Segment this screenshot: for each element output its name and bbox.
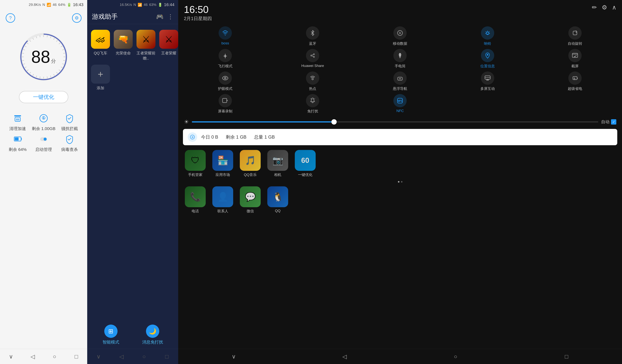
svg-line-18 [63, 53, 65, 54]
quick-flight[interactable]: 飞行模式 [183, 49, 268, 69]
add-game-item[interactable]: + 添加 [91, 65, 110, 91]
quick-screenshot[interactable]: 截屏 [533, 49, 617, 69]
huawei-share-label: Huawei Share [301, 64, 324, 68]
auto-checkbox[interactable]: ✓ [611, 119, 616, 125]
feature-intercept[interactable]: 骚扰拦截 [58, 113, 81, 132]
app-phone-manager[interactable]: 🛡 手机管家 [183, 150, 208, 177]
data-remaining: 剩余 1 GB [226, 134, 246, 140]
quick-ringtone[interactable]: 响铃 [445, 26, 530, 46]
feature-startup[interactable]: 启动管理 [32, 134, 56, 153]
gamepad-icon[interactable]: 🎮 [156, 13, 164, 20]
speed-2: 16.5K/s [120, 3, 132, 7]
nav-back-2[interactable]: ∨ [93, 351, 104, 362]
app-phone[interactable]: 📞 电话 [183, 186, 208, 214]
svg-line-8 [36, 37, 37, 38]
qq-label: QQ [275, 209, 281, 213]
hotspot-label: 热点 [309, 86, 316, 91]
help-icon-button[interactable]: ? [6, 13, 15, 23]
bottom-nav-1: ∨ ◁ ○ □ [0, 349, 87, 364]
glory-label: 光荣使命 [116, 51, 131, 56]
app-qq[interactable]: 🐧 QQ [265, 186, 290, 214]
data-usage-icon: ① [188, 132, 197, 142]
nav-triangle-2[interactable]: ◁ [116, 351, 127, 362]
svg-line-27 [47, 77, 47, 78]
no-disturb-btn[interactable]: 🌙 消息免打扰 [142, 325, 163, 345]
brightness-thumb[interactable] [331, 119, 337, 125]
add-label: 添加 [97, 85, 104, 91]
quick-no-disturb[interactable]: 免打扰 [270, 94, 355, 114]
quick-float-nav[interactable]: 悬浮导航 [358, 72, 442, 91]
game-wzry2[interactable]: ⚔ 王者荣耀 [159, 30, 178, 61]
quick-multi-screen[interactable]: 多屏互动 [445, 72, 530, 91]
more-icon[interactable]: ⋮ [167, 13, 174, 20]
nav-triangle-1[interactable]: ◁ [27, 351, 39, 362]
quick-huawei-share[interactable]: Huawei Share [270, 49, 355, 69]
speed-indicator-1: 29.8K/s [29, 3, 41, 7]
svg-point-56 [313, 56, 314, 57]
quick-flashlight[interactable]: 手电筒 [358, 49, 442, 69]
app-wechat[interactable]: 💬 微信 [238, 186, 263, 214]
phone-label: 电话 [192, 209, 199, 214]
game-wzry1[interactable]: ⚔ 王者荣耀前瞻.. [136, 30, 156, 61]
edit-icon[interactable]: ✏ [592, 4, 597, 11]
svg-line-2 [22, 53, 24, 54]
qq-car-label: QQ飞车 [94, 51, 107, 56]
feature-virus[interactable]: 病毒查杀 [58, 134, 81, 153]
svg-point-55 [313, 54, 314, 55]
app-qq-music[interactable]: 🎵 QQ音乐 [238, 150, 263, 177]
feature-memory[interactable]: ① 剩余 1.00GB [32, 113, 56, 132]
svg-text:①: ① [192, 136, 194, 139]
quick-bluetooth[interactable]: 蓝牙 [270, 26, 355, 46]
clean-label: 清理加速 [9, 126, 26, 132]
brightness-fill [192, 121, 334, 122]
app-market-icon: 🏪 [212, 150, 233, 171]
optimizer-label: 一键优化 [298, 172, 312, 177]
data-usage-card[interactable]: ① 今日 0 B 剩余 1 GB 总量 1 GB [183, 129, 617, 145]
svg-line-16 [61, 46, 62, 47]
screenshot-icon [568, 49, 582, 62]
status-bar-1: 29.8K/s N 📶 46 64% 🔋 16:43 [0, 0, 87, 9]
quick-location[interactable]: 位置信息 [445, 49, 530, 69]
nav-triangle-3[interactable]: ◁ [339, 351, 350, 362]
quick-rotation[interactable]: 自动旋转 [533, 26, 617, 46]
nav-back-3[interactable]: ∨ [228, 351, 239, 362]
app-camera[interactable]: 📷 相机 [265, 150, 290, 177]
app-optimizer[interactable]: 60 一键优化 [293, 150, 317, 177]
quick-screen-record[interactable]: 屏幕录制 [183, 94, 268, 114]
quick-wifi[interactable]: boss [183, 26, 268, 46]
quick-toggle-grid: boss 蓝牙 ① 移动数据 [178, 23, 622, 116]
quick-hotspot[interactable]: 热点 [270, 72, 355, 91]
quick-mobile-data[interactable]: ① 移动数据 [358, 26, 442, 46]
feature-clean[interactable]: 清理加速 [6, 113, 30, 132]
wzry2-icon: ⚔ [159, 30, 178, 49]
time-1: 16:43 [73, 2, 83, 7]
hotspot-icon [306, 72, 319, 85]
nav-circle-3[interactable]: ○ [450, 351, 461, 362]
dot-2 [401, 181, 403, 183]
nav-circle-2[interactable]: ○ [138, 351, 150, 362]
brightness-track[interactable] [192, 121, 598, 122]
quick-nfc[interactable]: NFC NFC [358, 94, 442, 114]
smart-mode-btn[interactable]: ⊞ 智能模式 [103, 325, 119, 345]
feature-battery[interactable]: 剩余 64% [6, 134, 30, 153]
super-save-label: 超级省电 [568, 86, 582, 91]
add-game-button[interactable]: + [91, 65, 110, 84]
glory-icon: 🔫 [114, 30, 133, 49]
svg-line-17 [62, 50, 64, 50]
app-contacts[interactable]: 👤 联系人 [211, 186, 235, 214]
nav-circle-1[interactable]: ○ [49, 351, 60, 362]
nav-square-1[interactable]: □ [71, 351, 82, 362]
game-glory[interactable]: 🔫 光荣使命 [114, 30, 133, 61]
optimize-button[interactable]: 一键优化 [19, 91, 68, 103]
collapse-icon[interactable]: ∧ [612, 4, 616, 11]
quick-eye-care[interactable]: 护眼模式 [183, 72, 268, 91]
nav-square-2[interactable]: □ [161, 351, 173, 362]
nav-back-1[interactable]: ∨ [5, 351, 17, 362]
quick-super-save[interactable]: 超级省电 [533, 72, 617, 91]
settings-button[interactable]: ⚙ [72, 13, 81, 23]
nav-square-3[interactable]: □ [561, 351, 572, 362]
settings-icon[interactable]: ⚙ [602, 4, 607, 11]
game-qq-car[interactable]: 🏎 QQ飞车 [91, 30, 110, 61]
svg-line-15 [59, 43, 60, 44]
app-market[interactable]: 🏪 应用市场 [211, 150, 235, 177]
